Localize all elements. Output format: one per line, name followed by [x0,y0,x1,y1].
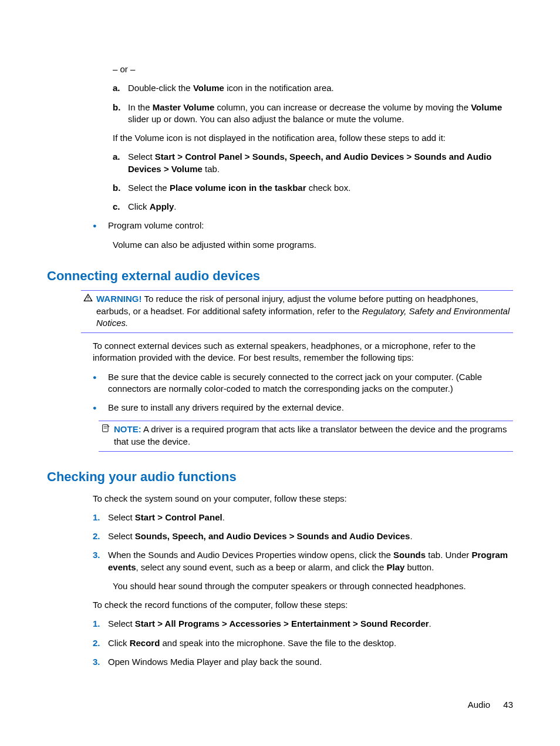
list-marker: 2. [93,637,108,649]
note-text: NOTE: A driver is a required program tha… [113,424,513,448]
ordered-list-numbers: 1. Select Start > Control Panel. 2. Sele… [93,512,513,573]
list-marker: b. [113,182,128,194]
ordered-list-letters: a. Select Start > Control Panel > Sounds… [113,151,513,213]
paragraph: To connect external devices such as exte… [93,340,513,364]
bullet-list: ● Be sure that the device cable is secur… [93,371,513,414]
list-item: a. Select Start > Control Panel > Sounds… [113,151,513,175]
list-marker: a. [113,82,128,94]
page-number: 43 [503,700,513,710]
footer-section: Audio [468,700,490,710]
list-marker: 3. [93,549,108,573]
list-item-text: Select Start > All Programs > Accessorie… [108,618,513,630]
list-item-text: Click Apply. [128,201,513,213]
list-item: 1. Select Start > All Programs > Accesso… [93,618,513,630]
list-marker: 1. [93,618,108,630]
bullet-icon: ● [93,402,108,414]
paragraph: Volume can also be adjusted within some … [113,239,513,251]
list-item-text: Select Start > Control Panel. [108,512,513,523]
bullet-list: ● Program volume control: [93,220,513,231]
bullet-icon: ● [93,371,108,395]
list-marker: b. [113,102,128,126]
warning-icon [81,293,95,329]
list-marker: 3. [93,656,108,668]
ordered-list-letters: a. Double-click the Volume icon in the n… [113,82,513,125]
svg-point-1 [87,300,88,300]
list-item: ● Program volume control: [93,220,513,231]
section-heading-connecting: Connecting external audio devices [47,267,513,285]
list-item: 1. Select Start > Control Panel. [93,512,513,523]
list-item: 3. When the Sounds and Audio Devices Pro… [93,549,513,573]
list-item: b. Select the Place volume icon in the t… [113,182,513,194]
page-footer: Audio 43 [468,699,513,711]
list-item: a. Double-click the Volume icon in the n… [113,82,513,94]
list-marker: 1. [93,512,108,523]
list-item-text: Be sure that the device cable is securel… [108,371,513,395]
section-heading-checking: Checking your audio functions [47,468,513,486]
document-page: – or – a. Double-click the Volume icon i… [0,0,560,746]
or-separator: – or – [113,63,513,75]
note-callout: NOTE: A driver is a required program tha… [99,421,513,452]
paragraph: To check the record functions of the com… [93,599,513,611]
list-item: 3. Open Windows Media Player and play ba… [93,656,513,668]
paragraph: To check the system sound on your comput… [93,493,513,505]
list-item-text: In the Master Volume column, you can inc… [128,102,513,126]
list-item-text: Select the Place volume icon in the task… [128,182,513,194]
note-icon [99,424,113,448]
list-marker: a. [113,151,128,175]
list-item: 2. Click Record and speak into the micro… [93,637,513,649]
paragraph: You should hear sound through the comput… [113,580,513,592]
ordered-list-numbers: 1. Select Start > All Programs > Accesso… [93,618,513,668]
list-item-text: Click Record and speak into the micropho… [108,637,513,649]
list-item: c. Click Apply. [113,201,513,213]
paragraph: If the Volume icon is not displayed in t… [113,132,513,144]
list-marker: c. [113,201,128,213]
list-item-text: Select Start > Control Panel > Sounds, S… [128,151,513,175]
warning-text: WARNING! To reduce the risk of personal … [95,293,513,329]
list-marker: 2. [93,530,108,542]
list-item-text: Open Windows Media Player and play back … [108,656,513,668]
warning-callout: WARNING! To reduce the risk of personal … [81,290,513,333]
list-item-text: Be sure to install any drivers required … [108,402,513,414]
list-item: ● Be sure to install any drivers require… [93,402,513,414]
list-item-text: Double-click the Volume icon in the noti… [128,82,513,94]
bullet-icon: ● [93,220,108,231]
list-item-text: Select Sounds, Speech, and Audio Devices… [108,530,513,542]
list-item: 2. Select Sounds, Speech, and Audio Devi… [93,530,513,542]
list-item-text: When the Sounds and Audio Devices Proper… [108,549,513,573]
list-item: ● Be sure that the device cable is secur… [93,371,513,395]
list-item-text: Program volume control: [108,220,513,231]
list-item: b. In the Master Volume column, you can … [113,102,513,126]
